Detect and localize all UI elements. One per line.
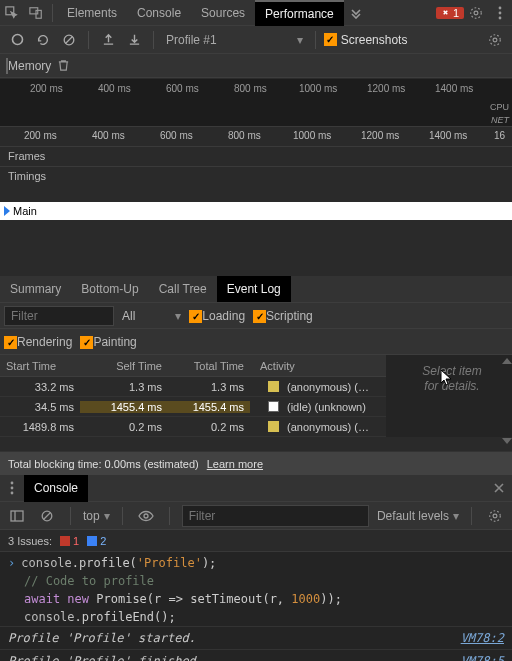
flag-blue-icon bbox=[87, 536, 97, 546]
error-badge[interactable]: 1 bbox=[436, 7, 464, 19]
tab-performance[interactable]: Performance bbox=[255, 0, 344, 26]
svg-point-11 bbox=[490, 34, 501, 45]
upload-icon[interactable] bbox=[97, 29, 119, 51]
context-selector[interactable]: top ▾ bbox=[83, 509, 110, 523]
scripting-checkbox[interactable]: ✓Scripting bbox=[253, 309, 313, 323]
log-levels-select[interactable]: Default levels ▾ bbox=[377, 509, 459, 523]
screenshots-label: Screenshots bbox=[341, 33, 408, 47]
issues-bar[interactable]: 3 Issues: 1 2 bbox=[0, 530, 512, 552]
console-log-line: VM78:5 Profile 'Profile' finished. bbox=[0, 649, 512, 661]
more-tabs-icon[interactable] bbox=[344, 0, 368, 26]
settings-icon[interactable] bbox=[464, 0, 488, 26]
ruler-tick: 200 ms bbox=[30, 83, 63, 94]
subtab-calltree[interactable]: Call Tree bbox=[149, 276, 217, 302]
ruler-tick: 200 ms bbox=[24, 130, 57, 141]
record-icon[interactable] bbox=[6, 29, 28, 51]
overview-ruler[interactable]: 200 ms 400 ms 600 ms 800 ms 1000 ms 1200… bbox=[0, 78, 512, 100]
rendering-label: Rendering bbox=[17, 335, 72, 349]
rendering-checkbox[interactable]: ✓Rendering bbox=[4, 335, 72, 349]
reload-record-icon[interactable] bbox=[32, 29, 54, 51]
drawer-menu-icon[interactable] bbox=[0, 481, 24, 495]
kebab-icon[interactable] bbox=[488, 0, 512, 26]
col-total[interactable]: Total Time bbox=[168, 360, 250, 372]
filter-all-select[interactable]: All ▾ bbox=[122, 309, 181, 323]
capture-settings-icon[interactable] bbox=[484, 29, 506, 51]
learn-more-link[interactable]: Learn more bbox=[207, 458, 263, 470]
table-row[interactable]: 34.5 ms 1455.4 ms 1455.4 ms (idle) (unkn… bbox=[0, 397, 386, 417]
inspect-icon[interactable] bbox=[0, 0, 24, 26]
activity-swatch bbox=[268, 421, 279, 432]
ruler-tick: 16 bbox=[494, 130, 505, 141]
device-toggle-icon[interactable] bbox=[24, 0, 48, 26]
ruler-tick: 1400 ms bbox=[429, 130, 467, 141]
screenshots-checkbox[interactable]: ✓ Screenshots bbox=[324, 33, 408, 47]
svg-rect-15 bbox=[11, 511, 23, 521]
ruler-tick: 800 ms bbox=[234, 83, 267, 94]
col-start[interactable]: Start Time bbox=[0, 360, 80, 372]
timings-track[interactable]: Timings bbox=[0, 166, 512, 186]
eye-icon[interactable] bbox=[135, 510, 157, 522]
clear-icon[interactable] bbox=[58, 29, 80, 51]
vm-link[interactable]: VM78:2 bbox=[461, 630, 504, 646]
vm-link[interactable]: VM78:5 bbox=[461, 653, 504, 661]
scripting-label: Scripting bbox=[266, 309, 313, 323]
table-scrollbar[interactable] bbox=[502, 382, 512, 442]
svg-point-6 bbox=[499, 11, 502, 14]
clear-console-icon[interactable] bbox=[36, 509, 58, 523]
tab-console[interactable]: Console bbox=[127, 0, 191, 26]
subtab-bottomup[interactable]: Bottom-Up bbox=[71, 276, 148, 302]
console-input-line: ›console.profile('Profile'); bbox=[0, 554, 512, 572]
console-input-line: console.profileEnd(); bbox=[0, 608, 512, 626]
flame-chart-area[interactable] bbox=[0, 220, 512, 276]
chevron-down-icon: ▾ bbox=[453, 509, 459, 523]
col-activity[interactable]: Activity bbox=[250, 360, 386, 372]
ruler-tick: 1000 ms bbox=[299, 83, 337, 94]
filter-all-label: All bbox=[122, 309, 135, 323]
overview-net-track[interactable]: NET bbox=[0, 116, 512, 126]
tab-elements[interactable]: Elements bbox=[57, 0, 127, 26]
console-filter-input[interactable] bbox=[182, 505, 369, 527]
event-filter-input[interactable] bbox=[4, 306, 114, 326]
download-icon[interactable] bbox=[123, 29, 145, 51]
main-track[interactable]: Main bbox=[0, 202, 512, 220]
chevron-down-icon: ▾ bbox=[175, 309, 181, 323]
col-self[interactable]: Self Time bbox=[80, 360, 168, 372]
memory-checkbox[interactable]: Memory bbox=[6, 59, 51, 73]
console-settings-icon[interactable] bbox=[484, 509, 506, 523]
svg-point-19 bbox=[490, 510, 501, 521]
loading-checkbox[interactable]: ✓Loading bbox=[189, 309, 245, 323]
tbt-text: Total blocking time: 0.00ms (estimated) bbox=[8, 458, 199, 470]
details-placeholder: Select item for details. bbox=[404, 364, 500, 394]
painting-checkbox[interactable]: ✓Painting bbox=[80, 335, 136, 349]
scroll-up-icon bbox=[502, 358, 512, 364]
svg-point-3 bbox=[474, 11, 478, 15]
event-table-header: Start Time Self Time Total Time Activity bbox=[0, 355, 386, 377]
svg-point-10 bbox=[493, 38, 497, 42]
console-input-line: await new Promise(r => setTimeout(r, 100… bbox=[0, 590, 512, 608]
subtab-summary[interactable]: Summary bbox=[0, 276, 71, 302]
profile-selector[interactable]: Profile #1 ▾ bbox=[162, 33, 307, 47]
svg-point-7 bbox=[499, 16, 502, 19]
console-input-line: // Code to profile bbox=[0, 572, 512, 590]
svg-point-17 bbox=[144, 514, 148, 518]
trash-icon[interactable] bbox=[57, 59, 75, 72]
drawer-close-icon[interactable] bbox=[486, 482, 512, 494]
table-row[interactable]: 1489.8 ms 0.2 ms 0.2 ms (anonymous) (… bbox=[0, 417, 386, 437]
detail-ruler[interactable]: 200 ms 400 ms 600 ms 800 ms 1000 ms 1200… bbox=[0, 126, 512, 146]
ruler-tick: 600 ms bbox=[166, 83, 199, 94]
drawer-tab-console[interactable]: Console bbox=[24, 475, 88, 502]
check-icon: ✓ bbox=[4, 336, 17, 349]
sidebar-toggle-icon[interactable] bbox=[6, 510, 28, 522]
cpu-label: CPU bbox=[490, 102, 509, 112]
console-output[interactable]: ›console.profile('Profile'); // Code to … bbox=[0, 552, 512, 661]
chevron-down-icon: ▾ bbox=[104, 509, 110, 523]
frames-track[interactable]: Frames bbox=[0, 146, 512, 166]
svg-point-12 bbox=[11, 482, 14, 485]
painting-label: Painting bbox=[93, 335, 136, 349]
svg-point-8 bbox=[12, 35, 22, 45]
table-row[interactable]: 33.2 ms 1.3 ms 1.3 ms (anonymous) (… bbox=[0, 377, 386, 397]
tab-sources[interactable]: Sources bbox=[191, 0, 255, 26]
memory-label: Memory bbox=[8, 59, 51, 73]
overview-cpu-track[interactable]: CPU bbox=[0, 100, 512, 116]
subtab-eventlog[interactable]: Event Log bbox=[217, 276, 291, 302]
